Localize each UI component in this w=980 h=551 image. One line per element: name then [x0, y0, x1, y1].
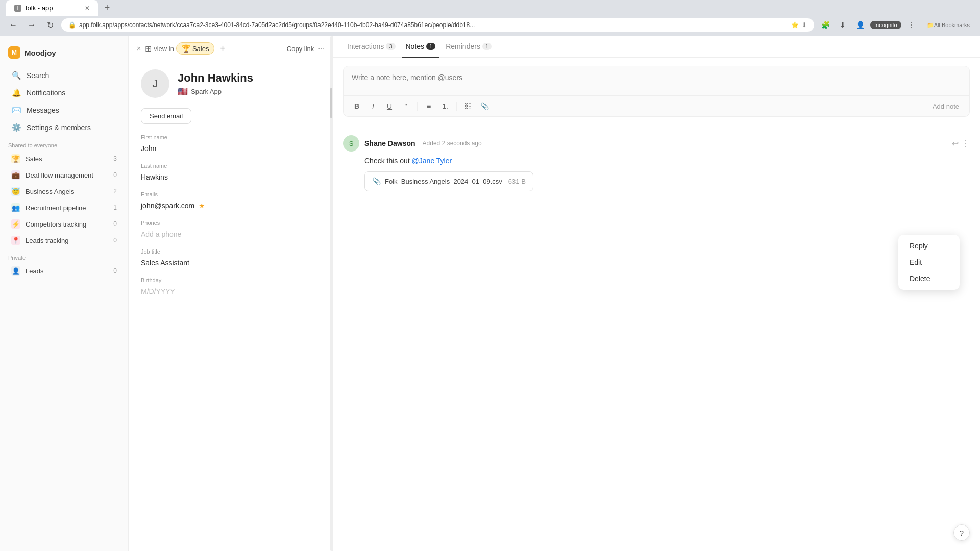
notifications-icon: 🔔 — [11, 88, 21, 97]
job-title-value[interactable]: Sales Assistant — [141, 257, 320, 269]
private-section-title: Private — [0, 248, 128, 263]
emails-label: Emails — [141, 191, 320, 197]
contact-name: John Hawkins — [178, 71, 253, 85]
view-in-tag[interactable]: 🏆 Sales — [176, 42, 215, 55]
tab-favicon: f — [14, 5, 21, 12]
first-name-value[interactable]: John — [141, 142, 320, 155]
add-view-button[interactable]: + — [216, 42, 229, 55]
sidebar-item-leads-tracking[interactable]: 📍 Leads tracking 0 — [3, 233, 125, 248]
italic-button[interactable]: I — [366, 99, 380, 113]
sidebar-item-sales[interactable]: 🏆 Sales 3 — [3, 151, 125, 166]
view-toggle-icon[interactable]: ⊞ — [145, 44, 152, 54]
downloads-button[interactable]: ⬇ — [836, 18, 850, 32]
address-bar-row: ← → ↻ 🔒 app.folk.app/apps/contacts/netwo… — [0, 16, 980, 36]
main-content: × ⊞ view in 🏆 Sales + Copy link ··· — [129, 36, 980, 551]
bullet-list-button[interactable]: ≡ — [422, 99, 436, 113]
forward-button[interactable]: → — [24, 18, 39, 32]
view-in-label: view in — [154, 45, 174, 53]
context-menu-reply[interactable]: Reply — [901, 238, 957, 254]
attachment-button[interactable]: 📎 — [477, 99, 492, 113]
note-mention[interactable]: @Jane Tyler — [412, 157, 452, 165]
note-author-avatar: S — [343, 135, 359, 152]
birthday-placeholder[interactable]: M/D/YYYY — [141, 285, 320, 297]
context-menu-edit[interactable]: Edit — [901, 254, 957, 270]
toolbar-divider — [417, 102, 418, 111]
email-value[interactable]: john@spark.com — [141, 199, 194, 212]
extensions-button[interactable]: 🧩 — [818, 18, 832, 32]
note-reply-icon[interactable]: ↩ — [952, 139, 959, 148]
sidebar-item-search[interactable]: 🔍 Search — [3, 67, 125, 84]
sidebar-item-label: Settings & members — [27, 123, 91, 132]
tab-reminders[interactable]: Reminders 1 — [442, 36, 496, 58]
ordered-list-button[interactable]: 1. — [438, 99, 452, 113]
tab-notes[interactable]: Notes 1 — [402, 36, 440, 58]
phone-placeholder[interactable]: Add a phone — [141, 228, 320, 240]
group-count: 2 — [113, 188, 117, 195]
note-item: S Shane Dawson Added 2 seconds ago ↩ ⋮ C… — [343, 129, 970, 197]
add-note-button[interactable]: Add note — [928, 101, 963, 112]
context-menu-delete[interactable]: Delete — [901, 270, 957, 287]
quote-button[interactable]: " — [399, 99, 413, 113]
attachment-name: Folk_Business Angels_2024_01_09.csv — [385, 177, 502, 187]
sidebar-item-notifications[interactable]: 🔔 Notifications — [3, 85, 125, 101]
new-tab-button[interactable]: + — [100, 1, 114, 15]
copy-link-button[interactable]: Copy link — [287, 45, 314, 53]
app-logo: M Moodjoy — [0, 42, 128, 67]
notes-content: S Shane Dawson Added 2 seconds ago ↩ ⋮ C… — [333, 125, 980, 551]
link-button[interactable]: ⛓ — [461, 99, 475, 113]
phones-label: Phones — [141, 220, 320, 226]
sidebar-item-label: Search — [27, 71, 49, 80]
first-name-label: First name — [141, 134, 320, 140]
tab-close-button[interactable]: ✕ — [85, 5, 90, 12]
toolbar-divider-2 — [456, 102, 457, 111]
group-label: Leads tracking — [26, 237, 108, 244]
bookmarks-button[interactable]: 📁 All Bookmarks — [923, 18, 974, 32]
last-name-value[interactable]: Hawkins — [141, 171, 320, 183]
more-options-button[interactable]: ··· — [318, 44, 324, 53]
email-star-icon[interactable]: ★ — [199, 202, 205, 210]
birthday-label: Birthday — [141, 277, 320, 283]
note-input[interactable] — [344, 66, 969, 94]
panel-close-button[interactable]: × — [137, 44, 141, 53]
group-count: 3 — [113, 155, 117, 162]
url-text: app.folk.app/apps/contacts/network/ccaa7… — [79, 21, 788, 29]
view-in-container: ⊞ view in 🏆 Sales + — [145, 42, 229, 55]
sidebar-item-competitors[interactable]: ⚡ Competitors tracking 0 — [3, 216, 125, 232]
email-row: john@spark.com ★ — [141, 199, 320, 212]
panel-actions: Copy link ··· — [287, 44, 324, 53]
browser-tab[interactable]: f folk - app ✕ — [6, 0, 98, 16]
sidebar-item-messages[interactable]: ✉️ Messages — [3, 102, 125, 118]
field-birthday: Birthday M/D/YYYY — [141, 277, 320, 297]
field-last-name: Last name Hawkins — [141, 163, 320, 183]
scroll-track — [330, 36, 332, 551]
reload-button[interactable]: ↻ — [43, 18, 57, 32]
help-button[interactable]: ? — [953, 524, 970, 541]
sidebar-item-recruitment[interactable]: 👥 Recruitment pipeline 1 — [3, 200, 125, 215]
underline-button[interactable]: U — [382, 99, 397, 113]
sidebar-item-leads[interactable]: 👤 Leads 0 — [3, 263, 125, 279]
contact-panel: × ⊞ view in 🏆 Sales + Copy link ··· — [129, 36, 333, 551]
note-timestamp: Added 2 seconds ago — [423, 140, 482, 147]
tab-interactions-label: Interactions — [347, 42, 384, 51]
tab-interactions[interactable]: Interactions 3 — [343, 36, 400, 58]
sidebar-item-settings[interactable]: ⚙️ Settings & members — [3, 119, 125, 136]
sidebar-item-label: Messages — [27, 106, 59, 114]
group-label: Deal flow management — [26, 171, 108, 179]
address-bar[interactable]: 🔒 app.folk.app/apps/contacts/network/cca… — [61, 18, 814, 32]
send-email-button[interactable]: Send email — [141, 108, 191, 124]
group-count: 1 — [113, 204, 117, 211]
sidebar-item-deal-flow[interactable]: 💼 Deal flow management 0 — [3, 167, 125, 183]
profile-button[interactable]: 👤 — [853, 18, 867, 32]
note-attachment[interactable]: 📎 Folk_Business Angels_2024_01_09.csv 63… — [364, 171, 533, 191]
menu-button[interactable]: ⋮ — [904, 18, 919, 32]
logo-icon: M — [8, 46, 20, 59]
scroll-thumb[interactable] — [330, 88, 332, 118]
note-more-icon[interactable]: ⋮ — [962, 139, 970, 148]
group-count: 0 — [113, 267, 117, 274]
tab-bar: f folk - app ✕ + — [0, 0, 980, 16]
sidebar-item-business-angels[interactable]: 😇 Business Angels 2 — [3, 184, 125, 199]
back-button[interactable]: ← — [6, 18, 20, 32]
bold-button[interactable]: B — [350, 99, 364, 113]
sales-tag-icon: 🏆 — [182, 44, 190, 53]
group-label: Competitors tracking — [26, 220, 108, 228]
